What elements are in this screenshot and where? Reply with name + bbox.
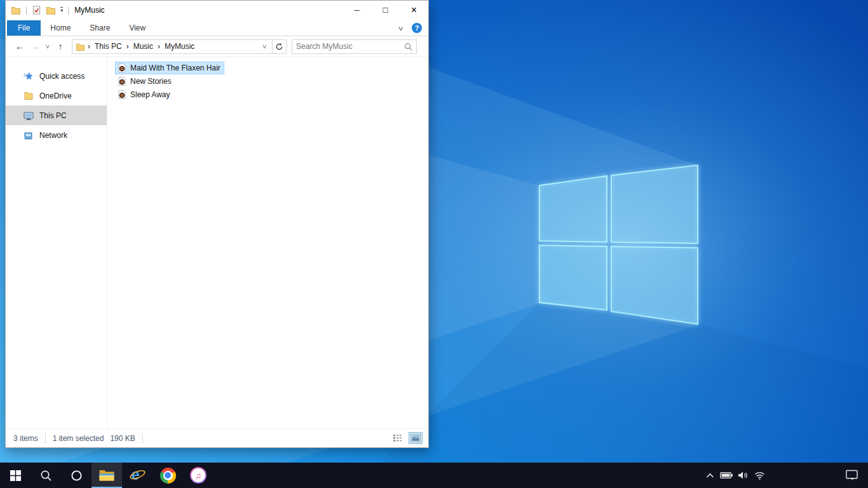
breadcrumb-mymusic[interactable]: MyMusic xyxy=(163,42,196,51)
large-icons-view-icon xyxy=(410,434,421,442)
window-title: MyMusic xyxy=(74,6,104,15)
sidebar-item-label: This PC xyxy=(39,111,67,120)
file-explorer-window: | ▾ | MyMusic ─ □ × File Home xyxy=(5,0,429,448)
address-folder-icon xyxy=(76,42,85,51)
properties-icon[interactable] xyxy=(32,5,41,15)
sidebar-item-label: Quick access xyxy=(39,72,85,81)
file-item-maid-with-the-flaxen-hair[interactable]: Maid With The Flaxen Hair xyxy=(115,62,224,74)
item-count: 3 items xyxy=(13,434,38,443)
large-icons-view-button[interactable] xyxy=(409,433,422,444)
music-file-icon xyxy=(117,76,127,86)
sidebar-item-network[interactable]: Network xyxy=(6,125,107,145)
file-item-sleep-away[interactable]: Sleep Away xyxy=(115,88,174,101)
start-button[interactable] xyxy=(0,463,31,488)
separator: | xyxy=(67,6,69,15)
onedrive-folder-icon xyxy=(24,91,34,101)
file-row: Maid With The Flaxen Hair xyxy=(115,62,428,75)
desktop: | ▾ | MyMusic ─ □ × File Home xyxy=(0,0,868,488)
search-box[interactable] xyxy=(292,39,417,54)
window-controls: ─ □ × xyxy=(342,1,428,19)
volume-status[interactable] xyxy=(735,463,751,488)
recent-locations-icon[interactable]: ∨ xyxy=(41,39,55,54)
help-icon[interactable]: ? xyxy=(412,23,422,33)
chrome-icon xyxy=(160,468,176,484)
itunes-button[interactable]: ♫ xyxy=(183,463,214,488)
back-button[interactable]: ← xyxy=(12,39,27,54)
window-folder-icon xyxy=(11,5,21,15)
network-computer-icon xyxy=(24,130,34,140)
file-name: Maid With The Flaxen Hair xyxy=(130,64,220,72)
music-file-icon xyxy=(117,90,127,100)
chevron-up-icon xyxy=(706,473,714,478)
wifi-icon xyxy=(754,471,765,480)
minimize-button[interactable]: ─ xyxy=(342,1,371,19)
address-dropdown-icon[interactable]: ∨ xyxy=(258,43,271,50)
cortana-button[interactable] xyxy=(61,463,92,488)
refresh-icon xyxy=(275,43,283,51)
tab-file[interactable]: File xyxy=(7,20,41,36)
search-icon xyxy=(404,43,412,51)
ribbon-tab-bar: File Home Share View ∨ ? xyxy=(6,20,428,36)
wifi-status[interactable] xyxy=(751,463,768,488)
view-toggles xyxy=(391,433,422,444)
file-row: New Stories xyxy=(115,75,428,88)
file-name: Sleep Away xyxy=(130,90,170,99)
battery-icon xyxy=(720,471,733,479)
forward-button[interactable]: → xyxy=(27,39,43,54)
itunes-icon: ♫ xyxy=(190,467,207,484)
tab-home[interactable]: Home xyxy=(41,21,80,36)
tab-view[interactable]: View xyxy=(119,21,155,36)
taskbar-file-explorer-button[interactable] xyxy=(92,463,122,488)
music-file-icon xyxy=(117,63,127,73)
file-explorer-icon xyxy=(98,469,115,482)
sidebar-item-quick-access[interactable]: Quick access xyxy=(6,66,107,86)
window-body: Quick access OneDrive This PC xyxy=(6,57,428,428)
address-bar[interactable]: › This PC › Music › MyMusic ∨ xyxy=(72,39,273,54)
expand-ribbon-icon[interactable]: ∨ xyxy=(397,25,403,32)
quick-access-toolbar: | ▾ | xyxy=(11,5,69,15)
tab-share[interactable]: Share xyxy=(80,21,119,36)
sidebar-item-label: Network xyxy=(39,131,67,140)
maximize-button[interactable]: □ xyxy=(371,1,400,19)
navigation-bar: ← → ∨ ↑ › This PC › Music › MyMusic ∨ xyxy=(6,36,428,57)
system-tray xyxy=(702,463,868,488)
details-view-icon xyxy=(393,434,402,442)
file-item-new-stories[interactable]: New Stories xyxy=(115,75,175,88)
hidden-icons-chevron[interactable] xyxy=(702,463,718,488)
speaker-icon xyxy=(738,471,749,480)
taskbar-search-button[interactable] xyxy=(31,463,61,488)
customize-qat-dropdown-icon[interactable]: ▾ xyxy=(60,7,63,13)
action-center-icon xyxy=(846,470,858,481)
refresh-button[interactable] xyxy=(273,39,287,54)
battery-status[interactable] xyxy=(718,463,735,488)
new-folder-icon[interactable] xyxy=(46,5,56,15)
sidebar-item-label: OneDrive xyxy=(39,92,72,100)
file-list: Maid With The Flaxen Hair New Stories xyxy=(107,57,428,428)
close-button[interactable]: × xyxy=(400,1,428,19)
divider xyxy=(45,433,46,444)
breadcrumb-separator: › xyxy=(155,42,163,51)
search-icon xyxy=(40,470,52,482)
this-pc-monitor-icon xyxy=(24,111,34,121)
selection-size: 190 KB xyxy=(110,434,135,443)
separator: | xyxy=(25,6,27,15)
selection-count: 1 item selected xyxy=(53,434,104,443)
breadcrumb-music[interactable]: Music xyxy=(132,42,155,51)
taskbar: e ♫ xyxy=(0,463,868,488)
breadcrumb-separator: › xyxy=(124,42,132,51)
action-center-button[interactable] xyxy=(839,463,864,488)
status-bar: 3 items 1 item selected 190 KB xyxy=(6,428,428,447)
cortana-circle-icon xyxy=(71,470,83,482)
chrome-button[interactable] xyxy=(153,463,183,488)
up-button[interactable]: ↑ xyxy=(53,39,68,54)
details-view-button[interactable] xyxy=(391,433,403,444)
breadcrumb-separator: › xyxy=(85,42,93,51)
search-input[interactable] xyxy=(296,42,404,51)
svg-text:e: e xyxy=(131,467,139,483)
quick-access-star-icon xyxy=(24,71,34,81)
sidebar-item-onedrive[interactable]: OneDrive xyxy=(6,86,107,105)
internet-explorer-button[interactable]: e xyxy=(122,463,153,488)
breadcrumb-this-pc[interactable]: This PC xyxy=(93,42,124,51)
title-bar: | ▾ | MyMusic ─ □ × xyxy=(6,1,428,20)
sidebar-item-this-pc[interactable]: This PC xyxy=(6,105,107,125)
